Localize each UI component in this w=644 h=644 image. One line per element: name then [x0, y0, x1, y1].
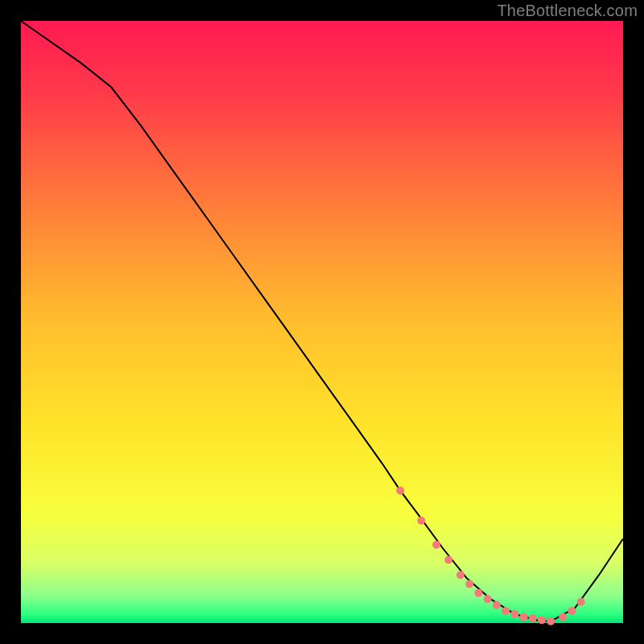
data-marker — [484, 595, 492, 603]
data-marker — [520, 613, 528, 621]
data-marker — [577, 598, 585, 606]
data-marker — [559, 613, 567, 621]
data-marker — [547, 617, 555, 625]
chart-frame: TheBottleneck.com — [0, 0, 644, 644]
data-marker — [529, 614, 537, 622]
data-marker — [456, 571, 464, 579]
data-marker — [502, 607, 510, 615]
data-marker — [475, 589, 483, 597]
data-marker — [510, 610, 518, 618]
data-marker — [444, 556, 452, 564]
watermark-text: TheBottleneck.com — [497, 2, 638, 20]
plot-background — [21, 21, 623, 623]
data-marker — [396, 486, 404, 494]
data-marker — [465, 580, 473, 588]
data-marker — [493, 601, 501, 609]
chart-canvas — [0, 0, 644, 644]
data-marker — [417, 517, 425, 525]
data-marker — [568, 607, 576, 615]
data-marker — [432, 541, 440, 549]
data-marker — [538, 616, 546, 624]
